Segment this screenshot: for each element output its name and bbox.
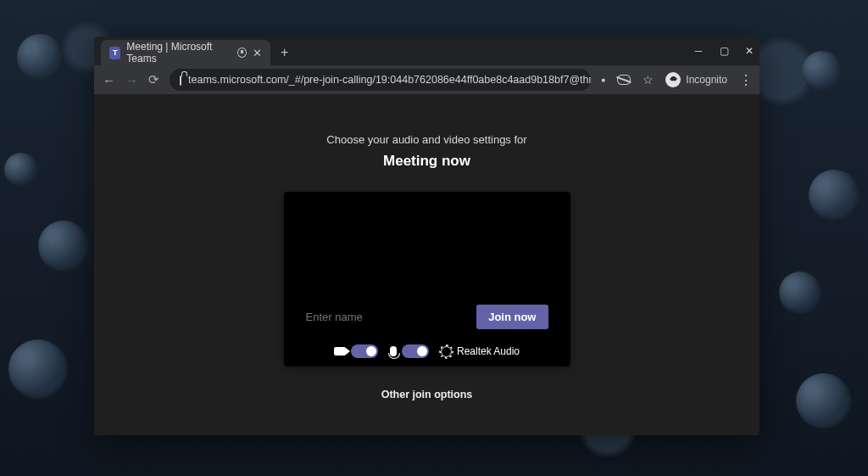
microphone-toggle[interactable] [402,344,429,358]
lock-icon [180,76,181,86]
camera-indicator-icon[interactable]: ▪ [601,73,605,87]
bookmark-star-icon[interactable]: ☆ [643,73,654,87]
mic-toggle-group [390,344,429,358]
join-now-button[interactable]: Join now [476,305,548,329]
page-title: Meeting now [383,153,470,170]
wallpaper-droplet [38,221,89,272]
video-preview-card: Join now Realtek Audio [284,192,570,367]
wallpaper-droplet [779,272,821,314]
toolbar: ← → ⟳ teams.microsoft.com/_#/pre-join-ca… [94,65,760,94]
back-button[interactable]: ← [103,73,115,87]
tab-strip: T Meeting | Microsoft Teams ✕ + ─ ▢ ✕ [94,36,760,65]
profile-chip[interactable]: Incognito [665,72,727,87]
wallpaper-droplet [4,153,38,187]
wallpaper-droplet [802,51,843,92]
forward-button[interactable]: → [125,73,138,87]
window-close-button[interactable]: ✕ [744,45,754,57]
camera-icon [334,347,346,356]
teams-prejoin-page: Choose your audio and video settings for… [94,94,760,435]
teams-favicon: T [109,47,120,59]
tab-audio-icon[interactable] [237,48,247,58]
url-text: teams.microsoft.com/_#/pre-join-calling/… [188,74,591,86]
browser-menu-button[interactable]: ⋮ [739,72,751,88]
browser-window: T Meeting | Microsoft Teams ✕ + ─ ▢ ✕ ← … [94,36,760,435]
gear-icon [441,346,452,357]
browser-tab[interactable]: T Meeting | Microsoft Teams ✕ [101,40,270,65]
camera-toggle-group [334,344,378,358]
window-maximize-button[interactable]: ▢ [719,45,729,57]
tab-title: Meeting | Microsoft Teams [126,41,231,64]
incognito-icon [665,72,681,87]
camera-toggle[interactable] [351,344,378,358]
tab-close-icon[interactable]: ✕ [253,48,262,59]
wallpaper-droplet [796,373,851,428]
audio-device-label: Realtek Audio [457,345,520,357]
audio-device-selector[interactable]: Realtek Audio [441,345,520,357]
wallpaper-droplet [809,170,860,221]
reload-button[interactable]: ⟳ [148,72,159,87]
new-tab-button[interactable]: + [281,45,288,60]
wallpaper-droplet [17,34,64,81]
page-subhead: Choose your audio and video settings for [326,133,526,146]
microphone-icon [390,346,397,356]
tracking-blocked-icon[interactable] [617,75,631,85]
wallpaper-droplet [8,339,68,399]
other-join-options[interactable]: Other join options [381,389,473,400]
profile-label: Incognito [686,74,727,86]
name-input[interactable] [306,311,425,323]
window-minimize-button[interactable]: ─ [693,45,704,57]
address-bar[interactable]: teams.microsoft.com/_#/pre-join-calling/… [170,69,591,91]
